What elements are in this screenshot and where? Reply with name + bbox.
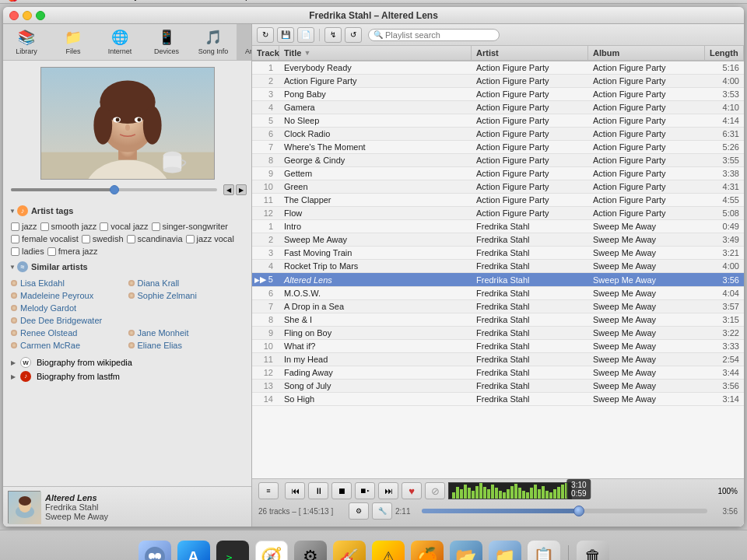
track-row[interactable]: 13Song of JulyFredrika StahlSweep Me Awa… [252,380,744,393]
tag-swedish-checkbox[interactable] [82,235,90,243]
sidebar-item-songinfo[interactable]: 🎵 Song Info [190,24,237,60]
track-row[interactable]: 10GreenAction Figure PartyAction Figure … [252,180,744,194]
dock-item-instruments[interactable]: 🎸 [333,541,366,560]
mini-progress-thumb[interactable] [110,185,119,194]
track-row[interactable]: 4Rocket Trip to MarsFredrika StahlSweep … [252,260,744,273]
menu-help[interactable]: Help [231,0,251,1]
menu-music[interactable]: Music [86,0,110,1]
dock-item-sysprefs[interactable]: ⚙ [294,541,327,560]
track-row[interactable]: 7Where's The MomentAction Figure PartyAc… [252,141,744,154]
bio-lastfm[interactable]: ▶ ♪ Biography from lastfm [11,369,244,383]
heart-button[interactable]: ♥ [402,482,422,499]
track-row[interactable]: 11The ClapperAction Figure PartyAction F… [252,194,744,207]
track-row[interactable]: 2Action Figure PartyAction Figure PartyA… [252,75,744,88]
bio-wikipedia[interactable]: ▶ W Biography from wikipedia [11,355,244,369]
similar-artists-header[interactable]: ▼ ≈ Similar artists [6,259,248,275]
prev-button[interactable]: ⏮ [285,482,305,499]
toolbar-new-button[interactable]: 📄 [297,27,314,43]
track-row[interactable]: 2Sweep Me AwayFredrika StahlSweep Me Awa… [252,233,744,247]
track-row[interactable]: 12Fading AwayFredrika StahlSweep Me Away… [252,366,744,380]
progress-thumb[interactable] [573,506,584,516]
track-row[interactable]: 6M.O.S.W.Fredrika StahlSweep Me Away4:04 [252,287,744,300]
track-row[interactable]: 4GameraAction Figure PartyAction Figure … [252,101,744,114]
sidebar-item-files[interactable]: 📁 Files [50,24,96,60]
tag-female-vocalist-checkbox[interactable] [11,235,19,243]
header-track[interactable]: Track [252,46,279,60]
track-row[interactable]: 1Everybody ReadyAction Figure PartyActio… [252,61,744,75]
track-row[interactable]: 12FlowAction Figure PartyAction Figure P… [252,207,744,220]
header-album[interactable]: Album [588,46,705,60]
tag-jazz-vocal-checkbox[interactable] [186,235,195,243]
artist-madeleine-peyroux[interactable]: Madeleine Peyroux [11,290,127,301]
track-row[interactable]: 8George & CindyAction Figure PartyAction… [252,154,744,167]
equalizer-button[interactable]: ⚙ [349,502,369,520]
toolbar-save-button[interactable]: 💾 [277,27,294,43]
stop-button[interactable]: ⏹ [331,482,352,499]
next-artist-button[interactable]: ▶ [236,184,247,195]
dock-item-finder-folder[interactable]: 📂 [450,541,482,560]
tools-button[interactable]: 🔧 [372,502,392,520]
header-title[interactable]: Title ▼ [279,46,472,60]
dock-item-terminal[interactable]: >_ [216,541,249,560]
menu-extras[interactable]: Extras [194,0,220,1]
artist-eliane-elias[interactable]: Eliane Elias [128,340,244,351]
apple-menu[interactable]: 🍎 [6,0,19,2]
play-pause-button[interactable]: ⏸ [308,482,328,499]
artist-sophie-zelmani[interactable]: Sophie Zelmani [128,290,244,301]
minimize-button[interactable] [23,11,32,20]
stop-after-button[interactable]: ⏹▸ [355,482,375,499]
menu-tools[interactable]: Tools [161,0,183,1]
dock-item-docs[interactable]: 📋 [528,541,560,560]
next-button[interactable]: ⏭ [378,482,398,499]
track-row[interactable]: 7A Drop in a SeaFredrika StahlSweep Me A… [252,300,744,313]
tag-ladies-checkbox[interactable] [11,247,19,256]
ban-button[interactable]: ⊘ [425,482,445,499]
artist-melody-gardot[interactable]: Melody Gardot [11,303,127,313]
toolbar-shuffle-button[interactable]: ↯ [324,27,342,43]
track-row[interactable]: 6Clock RadioAction Figure PartyAction Fi… [252,128,744,141]
artist-dee-dee-bridgewater[interactable]: Dee Dee Bridgewater [11,315,244,326]
track-row[interactable]: 1IntroFredrika StahlSweep Me Away0:49 [252,220,744,233]
toolbar-repeat-button[interactable]: ↺ [345,27,362,43]
track-row[interactable]: 11In my HeadFredrika StahlSweep Me Away2… [252,353,744,366]
tag-jazz-checkbox[interactable] [11,222,19,231]
tag-singer-songwriter-checkbox[interactable] [152,222,160,231]
menu-clementine[interactable]: Clementine [27,0,75,1]
track-row[interactable]: 5No SleepAction Figure PartyAction Figur… [252,114,744,128]
artist-jane-monheit[interactable]: Jane Monheit [128,327,244,338]
playlist-mode-button[interactable]: ≡ [258,482,279,499]
mini-progress-track[interactable] [11,188,217,191]
dock-item-finder[interactable] [139,541,171,560]
search-input[interactable] [385,30,494,40]
header-artist[interactable]: Artist [472,46,588,60]
track-row[interactable]: 9Fling on BoyFredrika StahlSweep Me Away… [252,327,744,340]
toolbar-refresh-button[interactable]: ↻ [257,27,274,43]
track-row[interactable]: 8She & IFredrika StahlSweep Me Away3:15 [252,313,744,327]
tag-vocal-jazz-checkbox[interactable] [100,222,108,231]
track-row[interactable]: 3Pong BabyAction Figure PartyAction Figu… [252,88,744,101]
prev-artist-button[interactable]: ◀ [223,184,234,195]
artist-renee-olstead[interactable]: Renee Olstead [11,327,127,338]
track-row[interactable]: 3Fast Moving TrainFredrika StahlSweep Me… [252,247,744,260]
artist-lisa-ekdahl[interactable]: Lisa Ekdahl [11,278,127,289]
sidebar-item-devices[interactable]: 📱 Devices [143,24,190,60]
maximize-button[interactable] [36,11,45,20]
dock-item-warning[interactable]: ⚠ [372,541,405,560]
artist-diana-krall[interactable]: Diana Krall [128,278,244,289]
dock-item-trash[interactable]: 🗑 [577,541,609,560]
mini-progress-bar[interactable]: ◀ ▶ [8,183,247,197]
dock-item-safari[interactable]: 🧭 [255,541,288,560]
tag-smooth-jazz-checkbox[interactable] [40,222,49,231]
sidebar-item-internet[interactable]: 🌐 Internet [96,24,143,60]
track-row[interactable]: 10What if?Fredrika StahlSweep Me Away3:3… [252,340,744,353]
sidebar-item-library[interactable]: 📚 Library [3,24,50,60]
dock-item-folder[interactable]: 📁 [489,541,521,560]
close-button[interactable] [9,11,19,20]
header-length[interactable]: Length [705,46,744,60]
artist-tags-header[interactable]: ▼ ♪ Artist tags [6,203,248,219]
track-row[interactable]: ▶ 5Altered LensFredrika StahlSweep Me Aw… [252,273,744,287]
sidebar-item-artistinfo[interactable]: 👤 Artist Info [237,24,252,60]
track-row[interactable]: 14So HighFredrika StahlSweep Me Away3:14 [252,393,744,406]
tag-scandinavia-checkbox[interactable] [127,235,135,243]
progress-bar[interactable]: 3:100:59 [422,509,707,513]
